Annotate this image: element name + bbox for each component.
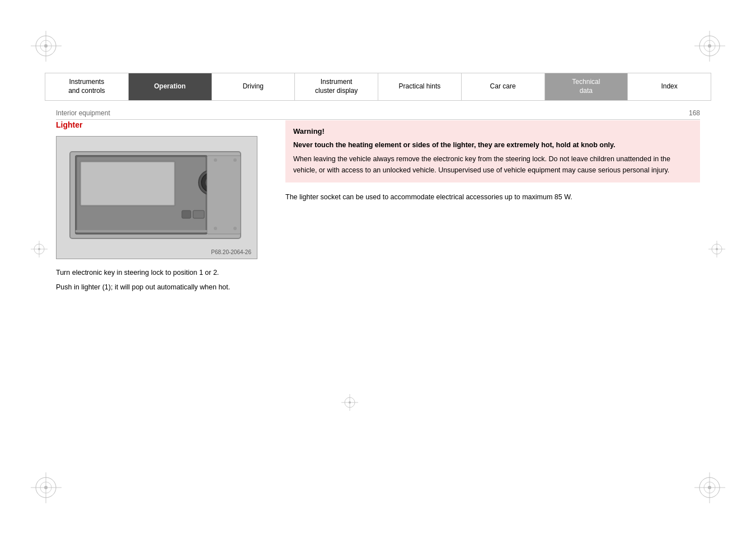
svg-rect-44 xyxy=(76,230,207,232)
warning-bold-text: Never touch the heating element or sides… xyxy=(293,140,692,151)
navigation-bar: Instruments and controls Operation Drivi… xyxy=(45,73,711,101)
corner-crosshair-top-left xyxy=(31,31,62,62)
nav-item-instrument-cluster-display[interactable]: Instrument cluster display xyxy=(295,73,378,100)
lighter-image: 1 P68.20-2064-26 xyxy=(56,136,257,259)
lighter-svg: 1 xyxy=(64,143,249,252)
warning-body-text: When leaving the vehicle always remove t… xyxy=(293,154,692,176)
instruction-line-1: Turn electronic key in steering lock to … xyxy=(56,267,269,278)
page-number: 168 xyxy=(689,109,700,117)
instruction-line-2: Push in lighter (1); it will pop out aut… xyxy=(56,282,269,293)
left-column: Lighter 1 xyxy=(56,120,269,489)
svg-point-49 xyxy=(233,227,237,230)
nav-item-practical-hints[interactable]: Practical hints xyxy=(378,73,462,100)
nav-item-car-care[interactable]: Car care xyxy=(462,73,545,100)
warning-title: Warning! xyxy=(293,127,692,135)
right-column: Warning! Never touch the heating element… xyxy=(285,120,700,489)
corner-crosshair-top-right xyxy=(694,31,725,62)
mid-crosshair-right xyxy=(708,241,725,257)
svg-rect-42 xyxy=(193,210,204,218)
mid-crosshair-left xyxy=(31,241,48,257)
nav-item-index[interactable]: Index xyxy=(628,73,711,100)
warning-text: Never touch the heating element or sides… xyxy=(293,140,692,176)
svg-point-47 xyxy=(233,158,237,162)
nav-item-driving[interactable]: Driving xyxy=(212,73,295,100)
section-breadcrumb: Interior equipment xyxy=(56,109,110,117)
svg-rect-43 xyxy=(182,210,191,218)
instructions: Turn electronic key in steering lock to … xyxy=(56,267,269,293)
svg-point-48 xyxy=(214,227,217,230)
warning-box: Warning! Never touch the heating element… xyxy=(285,120,700,182)
svg-rect-45 xyxy=(207,156,241,234)
image-caption: P68.20-2064-26 xyxy=(211,249,251,255)
svg-point-46 xyxy=(214,158,217,162)
section-header: Interior equipment 168 xyxy=(56,109,700,120)
svg-rect-36 xyxy=(81,162,174,205)
note-text: The lighter socket can be used to accomm… xyxy=(285,191,700,203)
nav-item-operation[interactable]: Operation xyxy=(129,73,212,100)
nav-item-technical-data[interactable]: Technical data xyxy=(545,73,628,100)
content-area: Lighter 1 xyxy=(56,120,700,489)
nav-item-instruments-and-controls[interactable]: Instruments and controls xyxy=(45,73,129,100)
section-title: Lighter xyxy=(56,120,269,129)
